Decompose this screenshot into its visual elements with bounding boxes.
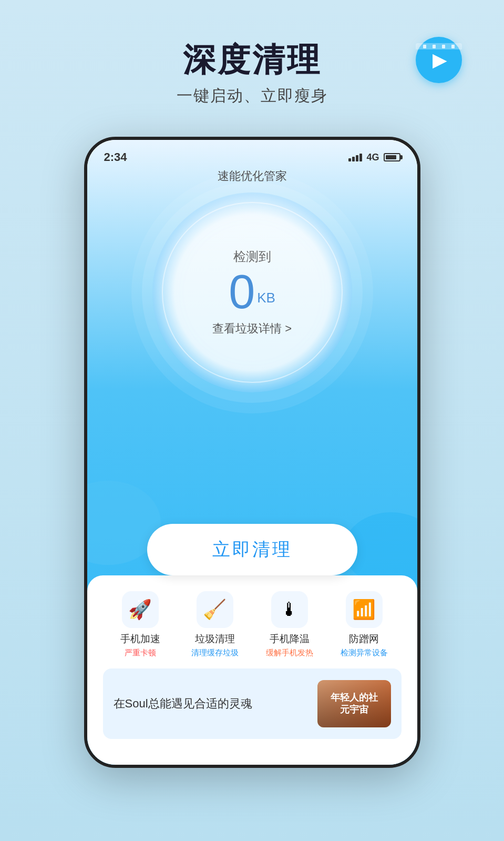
film-dot — [442, 45, 445, 48]
feature-name-cool-down: 手机降温 — [270, 632, 310, 646]
gauge-container: 检测到 0 KB 查看垃圾详情 > — [87, 192, 417, 392]
film-dot — [433, 45, 436, 48]
film-dot — [423, 45, 426, 48]
feature-name-phone-boost: 手机加速 — [120, 632, 160, 646]
cool-down-icon: 🌡 — [271, 591, 308, 628]
gauge-detail[interactable]: 查看垃圾详情 > — [212, 321, 292, 337]
sub-title: 一键启动、立即瘦身 — [0, 85, 504, 107]
feature-desc-trash-clean: 清理缓存垃圾 — [191, 648, 239, 658]
gauge-unit: KB — [257, 290, 275, 306]
feature-item-wifi-protect[interactable]: 📶 防蹭网 检测异常设备 — [327, 591, 402, 658]
feature-item-trash-clean[interactable]: 🧹 垃圾清理 清理缓存垃圾 — [178, 591, 252, 658]
feature-desc-wifi-protect: 检测异常设备 — [341, 648, 388, 658]
phone-frame: 2:34 4G 速能优化管家 检测到 0 — [84, 137, 420, 768]
status-bar: 2:34 4G — [87, 140, 417, 168]
film-dot — [451, 45, 455, 48]
phone-boost-icon: 🚀 — [122, 591, 159, 628]
wifi-protect-icon: 📶 — [346, 591, 383, 628]
signal-bar-4 — [359, 154, 362, 161]
feature-item-phone-boost[interactable]: 🚀 手机加速 严重卡顿 — [103, 591, 178, 658]
phone-interior: 2:34 4G 速能优化管家 检测到 0 — [87, 140, 417, 765]
status-time: 2:34 — [104, 150, 127, 164]
signal-bar-1 — [348, 158, 351, 161]
feature-desc-phone-boost: 严重卡顿 — [125, 648, 156, 658]
video-icon-button[interactable]: ▶ — [416, 37, 462, 83]
bottom-card: 🚀 手机加速 严重卡顿 🧹 垃圾清理 清理缓存垃圾 🌡 手机降温 缓解手机发热 … — [87, 575, 417, 765]
film-strip — [416, 43, 462, 49]
feature-item-cool-down[interactable]: 🌡 手机降温 缓解手机发热 — [252, 591, 327, 658]
signal-bars — [348, 154, 362, 161]
app-title: 速能优化管家 — [87, 168, 417, 184]
clean-button[interactable]: 立即清理 — [147, 524, 357, 575]
feature-name-trash-clean: 垃圾清理 — [195, 632, 235, 646]
ad-banner[interactable]: 在Soul总能遇见合适的灵魂 年轻人的社元宇宙 — [103, 668, 402, 739]
play-icon: ▶ — [433, 49, 447, 71]
trash-clean-icon: 🧹 — [197, 591, 233, 628]
feature-name-wifi-protect: 防蹭网 — [349, 632, 379, 646]
signal-bar-3 — [356, 155, 358, 161]
clean-button-wrap: 立即清理 — [147, 524, 357, 575]
gauge-number-row: 0 KB — [229, 268, 275, 316]
ad-text: 在Soul总能遇见合适的灵魂 — [114, 696, 317, 712]
gauge-label: 检测到 — [233, 248, 271, 265]
network-type: 4G — [366, 152, 379, 163]
status-icons: 4G — [348, 152, 400, 163]
feature-row: 🚀 手机加速 严重卡顿 🧹 垃圾清理 清理缓存垃圾 🌡 手机降温 缓解手机发热 … — [98, 591, 407, 658]
feature-desc-cool-down: 缓解手机发热 — [266, 648, 313, 658]
ad-image: 年轻人的社元宇宙 — [317, 680, 391, 727]
battery-icon — [384, 153, 400, 161]
battery-fill — [386, 155, 396, 159]
gauge-circle: 检测到 0 KB 查看垃圾详情 > — [152, 192, 352, 392]
gauge-value: 0 — [229, 268, 255, 316]
signal-bar-2 — [352, 157, 355, 161]
ad-image-caption: 年轻人的社元宇宙 — [328, 690, 380, 718]
